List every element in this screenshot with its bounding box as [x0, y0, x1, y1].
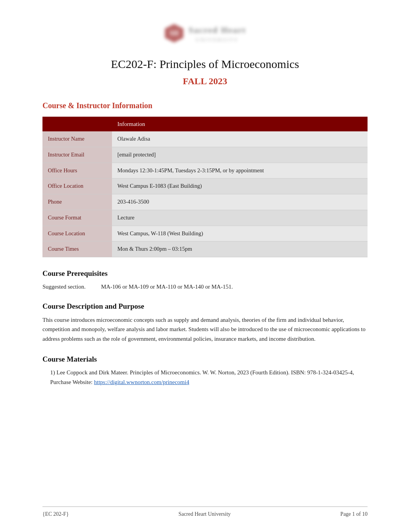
svg-text:SH: SH: [169, 29, 179, 37]
row-value-cell: West Campus, W-118 (West Building): [112, 226, 368, 241]
row-label-cell: Course Format: [42, 210, 112, 226]
row-label-cell: Course Location: [42, 226, 112, 241]
footer-center: Sacred Heart University: [178, 510, 230, 518]
prereq-value: MA-106 or MA-109 or MA-110 or MA-140 or …: [101, 282, 233, 291]
row-label-cell: Instructor Email: [42, 147, 112, 163]
row-value-cell: 203-416-3500: [112, 194, 368, 210]
logo-line2: UNIVERSITY: [189, 36, 246, 43]
logo-area: SH Sacred Heart UNIVERSITY: [42, 23, 368, 46]
table-row: Course LocationWest Campus, W-118 (West …: [42, 226, 368, 241]
item-number: 1): [50, 369, 56, 376]
purchase-link[interactable]: https://digital.wwnorton.com/prinecomi4: [94, 379, 190, 385]
col-header-info: Information: [112, 117, 368, 132]
table-row: Phone203-416-3500: [42, 194, 368, 210]
row-value-cell: Mondays 12:30-1:45PM, Tuesdays 2-3:15PM,…: [112, 163, 368, 178]
prerequisites-section: Course Prerequisites Suggested section. …: [42, 268, 368, 291]
table-row: Instructor Email[email protected]: [42, 147, 368, 163]
materials-heading: Course Materials: [42, 354, 368, 365]
logo-line1: Sacred Heart: [189, 24, 246, 36]
page-footer: {EC 202-F} Sacred Heart University Page …: [42, 507, 368, 518]
info-table: Information Instructor NameOlawale Adisa…: [42, 117, 368, 258]
row-value-cell: Olawale Adisa: [112, 131, 368, 147]
row-label-cell: Office Hours: [42, 163, 112, 178]
prerequisites-row: Suggested section. MA-106 or MA-109 or M…: [42, 282, 368, 291]
materials-section: Course Materials 1) Lee Coppock and Dirk…: [42, 354, 368, 387]
prerequisites-heading: Course Prerequisites: [42, 268, 368, 279]
university-logo: SH Sacred Heart UNIVERSITY: [164, 23, 246, 46]
description-text: This course introduces microeconomic con…: [42, 315, 368, 344]
table-row: Course TimesMon & Thurs 2:00pm – 03:15pm: [42, 241, 368, 257]
logo-text-block: Sacred Heart UNIVERSITY: [189, 24, 246, 43]
info-section-heading: Course & Instructor Information: [42, 100, 368, 111]
footer-left: {EC 202-F}: [42, 510, 69, 518]
description-heading: Course Description and Purpose: [42, 301, 368, 312]
course-semester: FALL 2023: [42, 74, 368, 88]
row-value-cell: [email protected]: [112, 147, 368, 163]
course-title: EC202-F: Principles of Microeconomics: [42, 55, 368, 73]
row-label-cell: Course Times: [42, 241, 112, 257]
logo-icon: SH: [164, 23, 184, 43]
row-value-cell: West Campus E-1083 (East Building): [112, 178, 368, 194]
table-row: Course FormatLecture: [42, 210, 368, 226]
page: SH Sacred Heart UNIVERSITY EC202-F: Prin…: [0, 0, 410, 532]
row-label-cell: Office Location: [42, 178, 112, 194]
list-item: 1) Lee Coppock and Dirk Mateer. Principl…: [50, 368, 368, 387]
footer-right: Page 1 of 10: [341, 510, 368, 518]
row-value-cell: Mon & Thurs 2:00pm – 03:15pm: [112, 241, 368, 257]
row-label-cell: Phone: [42, 194, 112, 210]
table-row: Office HoursMondays 12:30-1:45PM, Tuesda…: [42, 163, 368, 178]
col-header-label: [42, 117, 112, 132]
table-row: Office LocationWest Campus E-1083 (East …: [42, 178, 368, 194]
prereq-label: Suggested section.: [42, 282, 86, 291]
description-section: Course Description and Purpose This cour…: [42, 301, 368, 344]
info-section: Course & Instructor Information Informat…: [42, 100, 368, 258]
row-label-cell: Instructor Name: [42, 131, 112, 147]
row-value-cell: Lecture: [112, 210, 368, 226]
table-row: Instructor NameOlawale Adisa: [42, 131, 368, 147]
